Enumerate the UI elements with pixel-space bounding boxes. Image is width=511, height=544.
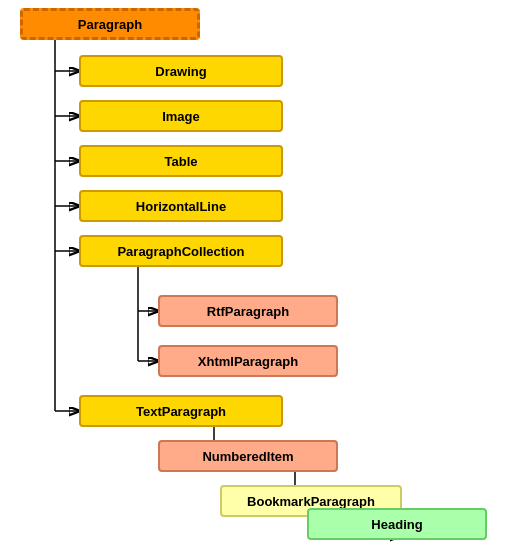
node-drawing-label: Drawing: [155, 64, 206, 79]
node-heading-label: Heading: [371, 517, 422, 532]
node-horizontalline-label: HorizontalLine: [136, 199, 226, 214]
node-paragraph-label: Paragraph: [78, 17, 142, 32]
node-image-label: Image: [162, 109, 200, 124]
node-rtfparagraph-label: RtfParagraph: [207, 304, 289, 319]
node-textparagraph-label: TextParagraph: [136, 404, 226, 419]
node-xhtmlparagraph-label: XhtmlParagraph: [198, 354, 298, 369]
node-numbereditem: NumberedItem: [158, 440, 338, 472]
node-drawing: Drawing: [79, 55, 283, 87]
node-bookmarkparagraph-label: BookmarkParagraph: [247, 494, 375, 509]
node-numbereditem-label: NumberedItem: [202, 449, 293, 464]
node-paragraphcollection-label: ParagraphCollection: [117, 244, 244, 259]
node-paragraph: Paragraph: [20, 8, 200, 40]
node-heading: Heading: [307, 508, 487, 540]
node-rtfparagraph: RtfParagraph: [158, 295, 338, 327]
node-image: Image: [79, 100, 283, 132]
node-horizontalline: HorizontalLine: [79, 190, 283, 222]
diagram: Paragraph Drawing Image Table Horizontal…: [0, 0, 511, 544]
node-table-label: Table: [165, 154, 198, 169]
node-paragraphcollection: ParagraphCollection: [79, 235, 283, 267]
node-textparagraph: TextParagraph: [79, 395, 283, 427]
node-table: Table: [79, 145, 283, 177]
node-xhtmlparagraph: XhtmlParagraph: [158, 345, 338, 377]
